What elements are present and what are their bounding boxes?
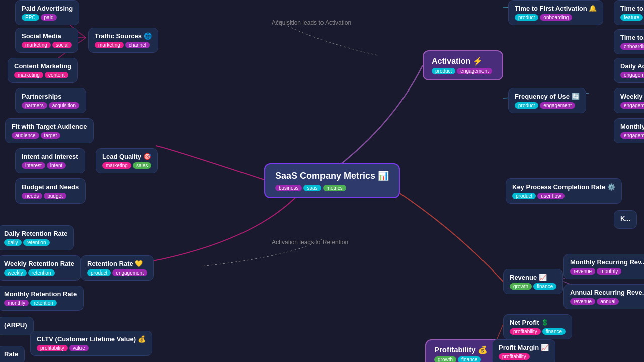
node-traffic-sources[interactable]: Traffic Sources 🌐 marketing channel — [88, 28, 158, 53]
node-cltv[interactable]: CLTV (Customer Lifetime Value) 💰 profita… — [30, 331, 152, 356]
node-frequency-use[interactable]: Frequency of Use 🔄 product engagement — [508, 88, 586, 113]
node-fit-target[interactable]: Fit with Target Audience audience target — [5, 118, 94, 143]
node-key-process[interactable]: Key Process Completion Rate ⚙️ product u… — [506, 178, 622, 204]
node-intent-interest[interactable]: Intent and Interest interest intent — [15, 148, 85, 173]
node-time-to-feature[interactable]: Time to... feature — [614, 0, 644, 25]
node-arpu[interactable]: (ARPU) — [0, 317, 34, 335]
node-time-first-activation[interactable]: Time to First Activation 🔔 product onboa… — [508, 0, 603, 25]
node-k[interactable]: K... — [614, 210, 637, 229]
node-mrr[interactable]: Monthly Recurring Rev... revenue monthly — [564, 254, 644, 279]
node-time-to-onboarding[interactable]: Time to... onboarding — [614, 29, 644, 54]
node-monthly-retention[interactable]: Monthly Retention Rate monthly retention — [0, 286, 84, 311]
tag-metrics: metrics — [323, 185, 346, 191]
node-partnerships[interactable]: Partnerships partners acquisition — [15, 88, 86, 113]
node-profitability[interactable]: Profitability 💰 growth finance — [425, 339, 501, 362]
node-arr[interactable]: Annual Recurring Reve... revenue annual — [564, 284, 644, 309]
node-daily-active[interactable]: Daily Active U... engagement — [614, 58, 644, 83]
node-activation[interactable]: Activation ⚡ product engagement — [423, 50, 503, 80]
main-node-title: SaaS Company Metrics 📊 — [275, 170, 389, 182]
node-profit-margin[interactable]: Profit Margin 📈 profitability — [492, 339, 555, 362]
node-content-marketing[interactable]: Content Marketing marketing content — [8, 58, 78, 83]
node-monthly-active[interactable]: Monthly Acti... engagement — [614, 118, 644, 143]
node-daily-retention[interactable]: Daily Retention Rate daily retention — [0, 225, 74, 250]
node-lead-quality[interactable]: Lead Quality 🎯 marketing sales — [96, 148, 158, 173]
node-retention-rate[interactable]: Retention Rate 💛 product engagement — [80, 255, 154, 281]
node-social-media[interactable]: Social Media marketing social — [15, 28, 78, 53]
main-node-tags: business saas metrics — [275, 185, 389, 191]
node-paid-advertising[interactable]: Paid Advertising PPC paid — [15, 0, 79, 25]
annotation-acquisition: Acquisition leads to Activation — [272, 19, 351, 26]
node-weekly-active[interactable]: Weekly Acti... engagement — [614, 88, 644, 113]
tag-saas: saas — [303, 185, 321, 191]
node-weekly-retention[interactable]: Weekly Retention Rate weekly retention — [0, 255, 81, 281]
node-revenue[interactable]: Revenue 📈 growth finance — [503, 269, 563, 294]
tag-business: business — [275, 185, 302, 191]
node-budget-needs[interactable]: Budget and Needs needs budget — [15, 178, 86, 204]
annotation-retention: Activation leads to Retention — [272, 239, 348, 246]
mind-map-canvas: Acquisition leads to Activation Activati… — [0, 0, 644, 362]
node-net-profit[interactable]: Net Profit 💲 profitability finance — [503, 314, 572, 339]
main-node[interactable]: SaaS Company Metrics 📊 business saas met… — [264, 163, 400, 198]
node-rate[interactable]: Rate — [0, 346, 25, 362]
